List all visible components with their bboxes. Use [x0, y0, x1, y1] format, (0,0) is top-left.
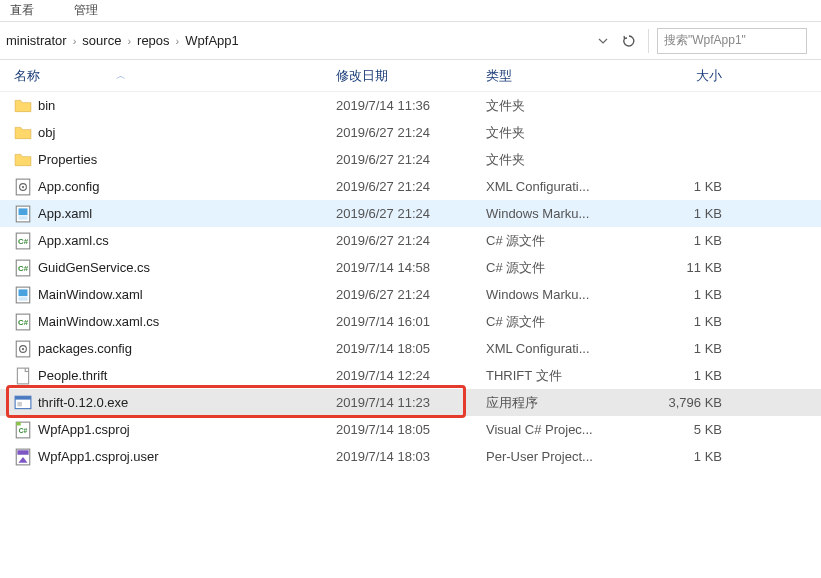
xaml-icon [14, 205, 32, 223]
file-name: thrift-0.12.0.exe [38, 395, 336, 410]
breadcrumb-seg[interactable]: WpfApp1 [185, 33, 238, 48]
toolbar-item-manage[interactable]: 管理 [74, 2, 98, 19]
toolbar-item-view[interactable]: 直看 [10, 2, 34, 19]
xaml-icon [14, 286, 32, 304]
breadcrumb-seg[interactable]: ministrator [6, 33, 67, 48]
file-date: 2019/7/14 18:03 [336, 449, 486, 464]
svg-rect-20 [15, 396, 31, 399]
chevron-right-icon: › [174, 35, 182, 47]
csproj-icon: C# [14, 421, 32, 439]
file-row[interactable]: packages.config2019/7/14 18:05XML Config… [0, 335, 821, 362]
config-icon [14, 178, 32, 196]
file-row[interactable]: App.xaml2019/6/27 21:24Windows Marku...1… [0, 200, 821, 227]
svg-text:C#: C# [19, 427, 28, 434]
svg-rect-26 [17, 450, 28, 455]
cs-icon: C# [14, 259, 32, 277]
file-row[interactable]: C#App.xaml.cs2019/6/27 21:24C# 源文件1 KB [0, 227, 821, 254]
svg-rect-18 [17, 368, 28, 384]
file-row[interactable]: Properties2019/6/27 21:24文件夹 [0, 146, 821, 173]
column-header-name[interactable]: 名称 ︿ [14, 67, 336, 85]
file-name: MainWindow.xaml [38, 287, 336, 302]
exe-icon [14, 394, 32, 412]
file-name: WpfApp1.csproj.user [38, 449, 336, 464]
file-type: C# 源文件 [486, 259, 636, 277]
file-type: Windows Marku... [486, 287, 636, 302]
svg-text:C#: C# [18, 318, 29, 327]
address-controls: 搜索"WpfApp1" [592, 28, 821, 54]
file-size: 1 KB [636, 449, 746, 464]
svg-text:C#: C# [18, 264, 29, 273]
file-name: App.xaml [38, 206, 336, 221]
file-type: 文件夹 [486, 151, 636, 169]
file-row[interactable]: bin2019/7/14 11:36文件夹 [0, 92, 821, 119]
breadcrumb[interactable]: ministrator › source › repos › WpfApp1 [0, 33, 592, 48]
file-type: C# 源文件 [486, 313, 636, 331]
file-row[interactable]: thrift-0.12.0.exe2019/7/14 11:23应用程序3,79… [0, 389, 821, 416]
file-row[interactable]: WpfApp1.csproj.user2019/7/14 18:03Per-Us… [0, 443, 821, 470]
file-name: bin [38, 98, 336, 113]
file-size: 1 KB [636, 368, 746, 383]
cs-icon: C# [14, 232, 32, 250]
file-size: 1 KB [636, 314, 746, 329]
file-date: 2019/7/14 18:05 [336, 341, 486, 356]
file-name: obj [38, 125, 336, 140]
file-date: 2019/6/27 21:24 [336, 179, 486, 194]
svg-rect-21 [17, 401, 22, 406]
file-type: C# 源文件 [486, 232, 636, 250]
file-date: 2019/7/14 18:05 [336, 422, 486, 437]
file-row[interactable]: App.config2019/6/27 21:24XML Configurati… [0, 173, 821, 200]
refresh-button[interactable] [618, 30, 640, 52]
file-row[interactable]: MainWindow.xaml2019/6/27 21:24Windows Ma… [0, 281, 821, 308]
file-icon [14, 367, 32, 385]
columns-header: 名称 ︿ 修改日期 类型 大小 [0, 60, 821, 92]
file-type: Per-User Project... [486, 449, 636, 464]
file-type: 文件夹 [486, 97, 636, 115]
file-row[interactable]: People.thrift2019/7/14 12:24THRIFT 文件1 K… [0, 362, 821, 389]
address-bar-row: ministrator › source › repos › WpfApp1 搜… [0, 22, 821, 60]
file-size: 1 KB [636, 206, 746, 221]
file-type: Visual C# Projec... [486, 422, 636, 437]
file-date: 2019/6/27 21:24 [336, 287, 486, 302]
config-icon [14, 340, 32, 358]
breadcrumb-seg[interactable]: source [82, 33, 121, 48]
file-date: 2019/6/27 21:24 [336, 206, 486, 221]
file-size: 11 KB [636, 260, 746, 275]
svg-rect-24 [16, 422, 21, 425]
file-name: People.thrift [38, 368, 336, 383]
file-type: 应用程序 [486, 394, 636, 412]
file-date: 2019/7/14 14:58 [336, 260, 486, 275]
search-input[interactable]: 搜索"WpfApp1" [657, 28, 807, 54]
file-row[interactable]: C#GuidGenService.cs2019/7/14 14:58C# 源文件… [0, 254, 821, 281]
file-size: 1 KB [636, 233, 746, 248]
file-size: 5 KB [636, 422, 746, 437]
svg-text:C#: C# [18, 237, 29, 246]
file-size: 1 KB [636, 179, 746, 194]
file-name: Properties [38, 152, 336, 167]
file-name: App.xaml.cs [38, 233, 336, 248]
folder-icon [14, 97, 32, 115]
file-name: WpfApp1.csproj [38, 422, 336, 437]
file-size: 1 KB [636, 341, 746, 356]
file-type: THRIFT 文件 [486, 367, 636, 385]
column-header-date[interactable]: 修改日期 [336, 67, 486, 85]
folder-icon [14, 124, 32, 142]
svg-point-17 [22, 347, 24, 349]
svg-point-2 [22, 185, 24, 187]
file-row[interactable]: C#WpfApp1.csproj2019/7/14 18:05Visual C#… [0, 416, 821, 443]
file-name: GuidGenService.cs [38, 260, 336, 275]
folder-icon [14, 151, 32, 169]
search-placeholder: 搜索"WpfApp1" [664, 32, 746, 49]
user-icon [14, 448, 32, 466]
file-name: MainWindow.xaml.cs [38, 314, 336, 329]
chevron-right-icon: › [125, 35, 133, 47]
cs-icon: C# [14, 313, 32, 331]
history-dropdown-button[interactable] [592, 30, 614, 52]
column-header-type[interactable]: 类型 [486, 67, 636, 85]
file-type: XML Configurati... [486, 179, 636, 194]
file-row[interactable]: obj2019/6/27 21:24文件夹 [0, 119, 821, 146]
file-row[interactable]: C#MainWindow.xaml.cs2019/7/14 16:01C# 源文… [0, 308, 821, 335]
file-date: 2019/7/14 12:24 [336, 368, 486, 383]
breadcrumb-seg[interactable]: repos [137, 33, 170, 48]
file-type: 文件夹 [486, 124, 636, 142]
column-header-size[interactable]: 大小 [636, 67, 746, 85]
